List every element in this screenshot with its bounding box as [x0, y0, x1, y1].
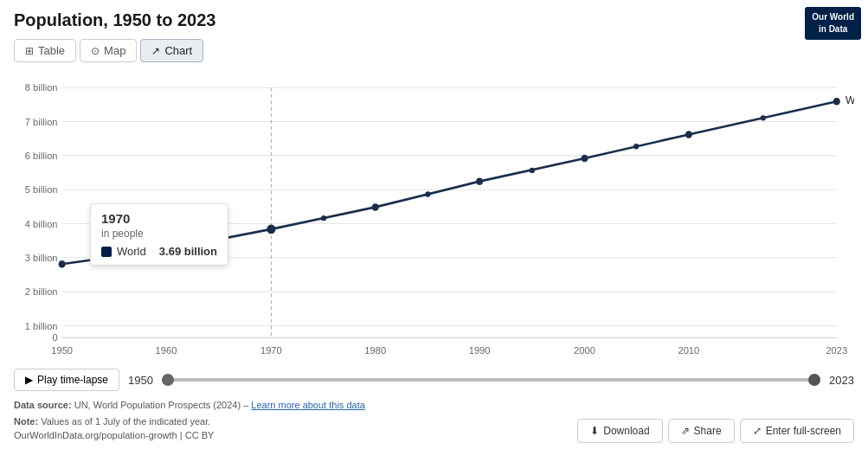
- share-button[interactable]: ⇗ Share: [668, 419, 735, 443]
- svg-point-41: [761, 115, 766, 120]
- footer-bottom: Note: Values as of 1 July of the indicat…: [14, 414, 854, 443]
- tab-chart[interactable]: ↗ Chart: [140, 39, 203, 62]
- datasource-link[interactable]: Learn more about this data: [251, 400, 364, 410]
- logo-badge: Our World in Data: [805, 7, 861, 40]
- fullscreen-icon: ⤢: [753, 425, 762, 437]
- svg-text:2000: 2000: [574, 345, 595, 356]
- play-icon: ▶: [25, 374, 33, 386]
- download-button[interactable]: ⬇ Download: [577, 419, 662, 443]
- play-label: Play time-lapse: [37, 374, 108, 386]
- footer: Data source: UN, World Population Prospe…: [14, 398, 854, 443]
- timeline-start-year: 1950: [128, 374, 153, 387]
- svg-text:3 billion: 3 billion: [25, 253, 58, 263]
- play-button[interactable]: ▶ Play time-lapse: [14, 369, 119, 391]
- datasource-label: Data source:: [14, 400, 72, 410]
- table-icon: ⊞: [25, 45, 34, 57]
- fullscreen-label: Enter full-screen: [766, 425, 841, 437]
- note-text: Values as of 1 July of the indicated yea…: [41, 416, 210, 427]
- svg-point-34: [833, 98, 840, 106]
- svg-text:2 billion: 2 billion: [25, 286, 58, 297]
- download-label: Download: [603, 425, 649, 437]
- svg-text:1 billion: 1 billion: [25, 320, 58, 331]
- share-icon: ⇗: [681, 425, 690, 437]
- svg-text:1970: 1970: [260, 345, 282, 356]
- footer-url: OurWorldInData.org/population-growth | C…: [14, 428, 214, 443]
- tooltip-value: 3.69 billion: [159, 245, 217, 258]
- svg-point-38: [425, 191, 430, 196]
- timeline-fill: [162, 378, 820, 382]
- svg-point-29: [267, 225, 275, 234]
- tab-table[interactable]: ⊞ Table: [14, 39, 76, 62]
- svg-text:5 billion: 5 billion: [25, 184, 58, 195]
- chart-tooltip: 1970 in people World 3.69 billion: [90, 203, 228, 266]
- tab-map[interactable]: ⊙ Map: [80, 39, 137, 62]
- svg-text:6 billion: 6 billion: [25, 151, 58, 161]
- timeline-area: ▶ Play time-lapse 1950 2023: [14, 365, 854, 395]
- fullscreen-button[interactable]: ⤢ Enter full-screen: [740, 419, 854, 443]
- svg-point-33: [685, 131, 692, 138]
- svg-point-27: [59, 260, 66, 268]
- tooltip-sublabel: in people: [101, 228, 217, 240]
- svg-text:2023: 2023: [826, 345, 847, 356]
- svg-text:0: 0: [52, 332, 57, 343]
- svg-point-39: [530, 168, 535, 173]
- datasource-text: UN, World Population Prospects (2024) –: [74, 400, 249, 410]
- footer-note: Note: Values as of 1 July of the indicat…: [14, 414, 214, 429]
- svg-text:1990: 1990: [469, 345, 491, 356]
- footer-left: Note: Values as of 1 July of the indicat…: [14, 414, 214, 443]
- svg-point-40: [633, 144, 639, 149]
- chart-area: 8 billion 7 billion 6 billion 5 billion …: [14, 69, 854, 363]
- note-label: Note:: [14, 416, 38, 427]
- svg-point-30: [372, 203, 379, 211]
- footer-datasource: Data source: UN, World Population Prospe…: [14, 398, 854, 413]
- svg-text:7 billion: 7 billion: [25, 117, 58, 127]
- svg-text:World: World: [845, 94, 854, 106]
- page-title: Population, 1950 to 2023: [14, 10, 854, 30]
- svg-text:4 billion: 4 billion: [25, 219, 58, 229]
- svg-text:1980: 1980: [364, 345, 386, 356]
- timeline-end-year: 2023: [829, 374, 854, 387]
- tooltip-country: World: [117, 245, 154, 258]
- timeline-handle-start[interactable]: [162, 374, 174, 386]
- timeline-track[interactable]: [162, 378, 820, 382]
- download-icon: ⬇: [590, 425, 599, 437]
- share-label: Share: [694, 425, 722, 437]
- tooltip-color-swatch: [101, 247, 112, 257]
- svg-point-31: [476, 177, 483, 185]
- svg-text:2010: 2010: [678, 345, 699, 356]
- chart-icon: ↗: [151, 45, 160, 57]
- svg-text:8 billion: 8 billion: [25, 82, 58, 93]
- timeline-handle-end[interactable]: [808, 374, 820, 386]
- svg-text:1950: 1950: [51, 345, 73, 356]
- action-buttons: ⬇ Download ⇗ Share ⤢ Enter full-screen: [577, 419, 854, 443]
- tooltip-year: 1970: [101, 211, 217, 226]
- svg-point-37: [321, 215, 326, 221]
- tab-bar: ⊞ Table ⊙ Map ↗ Chart: [14, 39, 854, 62]
- svg-text:1960: 1960: [156, 345, 177, 356]
- svg-point-32: [581, 155, 588, 163]
- map-icon: ⊙: [91, 45, 100, 57]
